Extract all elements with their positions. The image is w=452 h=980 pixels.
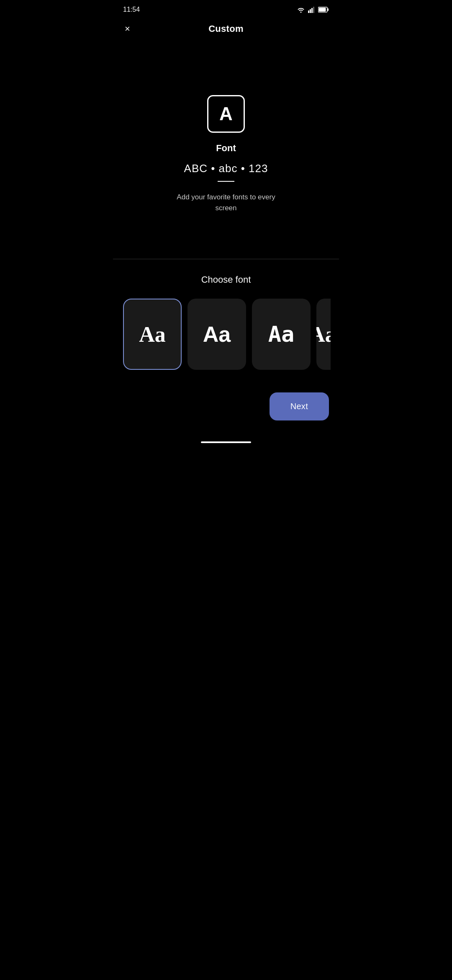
font-option-2[interactable]: Aa [187, 299, 246, 370]
font-icon-container: A [207, 95, 245, 133]
font-preview-text: ABC • abc • 123 [184, 162, 268, 175]
battery-icon [318, 7, 329, 13]
header: × Custom [113, 17, 339, 41]
page-title: Custom [208, 23, 244, 34]
choose-font-title: Choose font [121, 274, 331, 285]
close-button[interactable]: × [123, 23, 132, 35]
font-option-4-label: Aa [316, 322, 331, 347]
font-option-4-partial[interactable]: Aa [316, 299, 331, 370]
bottom-area: Next [113, 384, 339, 437]
signal-icon [308, 6, 316, 13]
svg-rect-6 [319, 8, 326, 12]
svg-rect-0 [308, 10, 309, 13]
font-options-row: Aa Aa Aa Aa [121, 297, 331, 371]
svg-rect-2 [311, 8, 313, 13]
font-description: Add your favorite fonts to every screen [167, 192, 285, 213]
svg-rect-3 [313, 7, 314, 13]
font-icon: A [219, 105, 233, 123]
font-option-2-label: Aa [203, 322, 231, 347]
font-option-1[interactable]: Aa [123, 299, 182, 370]
main-content: A Font ABC • abc • 123 Add your favorite… [113, 41, 339, 259]
wifi-icon [296, 6, 306, 13]
choose-font-section: Choose font Aa Aa Aa Aa [113, 259, 339, 384]
divider [218, 181, 234, 182]
font-option-1-label: Aa [139, 322, 166, 347]
status-time: 11:54 [123, 6, 140, 13]
svg-rect-1 [310, 9, 311, 13]
status-bar: 11:54 [113, 0, 339, 17]
home-indicator [201, 441, 251, 443]
font-option-3[interactable]: Aa [252, 299, 311, 370]
font-option-3-label: Aa [268, 322, 295, 347]
next-button[interactable]: Next [270, 392, 329, 420]
status-icons [296, 6, 329, 13]
font-label: Font [216, 143, 236, 154]
svg-rect-5 [328, 8, 329, 11]
